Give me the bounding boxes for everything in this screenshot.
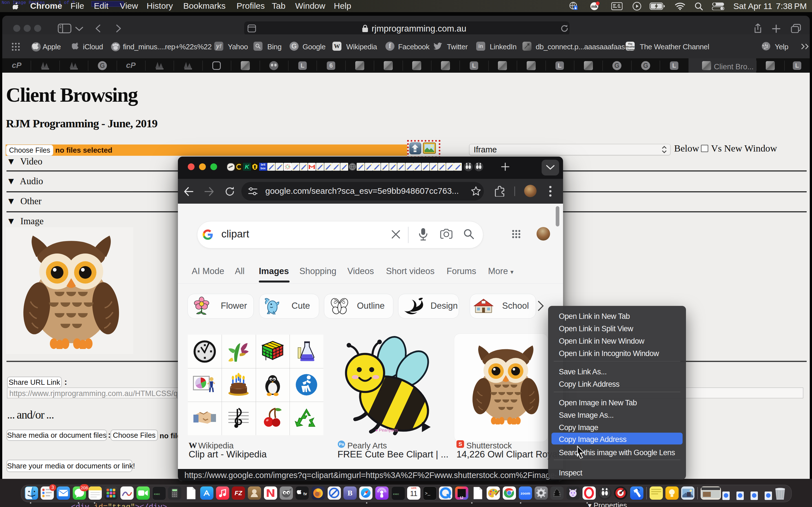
svg-text:tv: tv: [303, 492, 307, 496]
